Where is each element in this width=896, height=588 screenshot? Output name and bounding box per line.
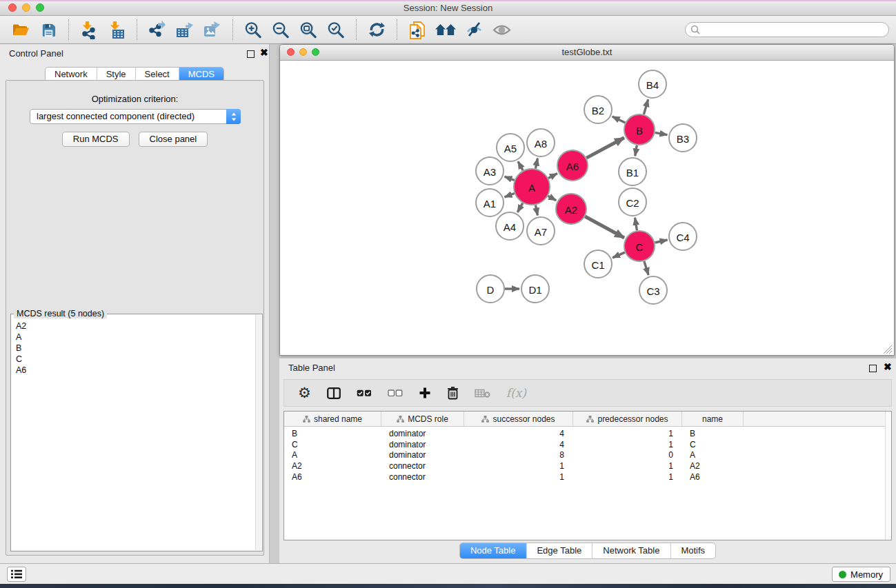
- tab-mcds[interactable]: MCDS: [179, 68, 223, 81]
- edge-B-B4[interactable]: [644, 99, 648, 114]
- graph-node-C[interactable]: C: [624, 231, 655, 261]
- edge-A-A1[interactable]: [505, 194, 515, 197]
- apply-layout-button[interactable]: [366, 18, 387, 41]
- graph-node-B3[interactable]: B3: [669, 124, 697, 152]
- graph-node-A4[interactable]: A4: [496, 212, 524, 240]
- graph-node-A3[interactable]: A3: [476, 157, 504, 185]
- mcds-result-item[interactable]: C: [12, 354, 255, 365]
- tab-motifs[interactable]: Motifs: [670, 543, 715, 558]
- mcds-result-item[interactable]: B: [12, 343, 255, 354]
- optimization-criterion-select[interactable]: largest connected component (directed): [30, 109, 241, 124]
- new-network-from-selection-button[interactable]: [407, 18, 428, 41]
- edge-C-C3[interactable]: [644, 261, 648, 275]
- tab-network-table[interactable]: Network Table: [593, 543, 670, 558]
- zoom-button[interactable]: [36, 3, 44, 12]
- zoom-selected-button[interactable]: [326, 18, 346, 41]
- graph-node-D[interactable]: D: [477, 275, 504, 303]
- tab-edge-table[interactable]: Edge Table: [526, 543, 593, 558]
- tab-node-table[interactable]: Node Table: [460, 543, 527, 558]
- column-header-MCDS-role[interactable]: MCDS role: [381, 412, 464, 426]
- mcds-result-item[interactable]: A2: [12, 321, 255, 332]
- graph-node-B2[interactable]: B2: [584, 96, 612, 123]
- column-selector-button[interactable]: [327, 387, 341, 399]
- edge-B-B2[interactable]: [613, 116, 626, 123]
- task-history-button[interactable]: [7, 567, 26, 582]
- graph-node-A1[interactable]: A1: [476, 189, 504, 216]
- graph-node-A6[interactable]: A6: [557, 150, 588, 181]
- export-table-button[interactable]: [175, 18, 195, 41]
- edge-A-A3[interactable]: [505, 176, 515, 180]
- graph-node-B4[interactable]: B4: [639, 70, 666, 98]
- import-table-button[interactable]: [106, 18, 127, 41]
- graph-node-A8[interactable]: A8: [527, 129, 555, 156]
- table-row[interactable]: Adominator80A: [284, 449, 891, 460]
- network-canvas[interactable]: AA1A2A3A4A5A6A7A8BB1B2B3B4CC1C2C3C4DD1: [280, 61, 894, 356]
- result-list-scrollbar[interactable]: [255, 315, 261, 550]
- table-row[interactable]: A6connector11A6: [284, 472, 891, 483]
- run-mcds-button[interactable]: Run MCDS: [62, 132, 130, 147]
- save-session-button[interactable]: [38, 18, 59, 41]
- table-settings-button[interactable]: ⚙: [298, 386, 311, 400]
- graph-node-C4[interactable]: C4: [669, 223, 697, 250]
- hide-graphics-details-button[interactable]: [464, 18, 484, 41]
- tab-style[interactable]: Style: [97, 68, 136, 81]
- network-minimize-button[interactable]: [299, 48, 307, 56]
- graph-node-D1[interactable]: D1: [521, 275, 549, 303]
- export-network-button[interactable]: [147, 18, 168, 41]
- function-builder-button[interactable]: f(x): [506, 386, 526, 400]
- column-header-name[interactable]: name: [682, 412, 744, 426]
- edge-C-C4[interactable]: [655, 240, 667, 243]
- deselect-all-rows-button[interactable]: [388, 389, 403, 397]
- open-session-button[interactable]: [10, 18, 31, 41]
- edge-A2-C[interactable]: [585, 216, 624, 238]
- column-header-successor-nodes[interactable]: successor nodes: [464, 412, 573, 426]
- control-panel-close-button[interactable]: ✖: [260, 46, 268, 59]
- edge-A6-B[interactable]: [586, 138, 624, 158]
- graph-node-A5[interactable]: A5: [497, 134, 524, 161]
- search-input[interactable]: [685, 22, 889, 37]
- mcds-result-item[interactable]: A6: [12, 365, 255, 376]
- import-network-button[interactable]: [79, 18, 99, 41]
- column-header-shared-name[interactable]: shared name: [284, 412, 381, 426]
- edge-B-B1[interactable]: [635, 145, 637, 156]
- tab-select[interactable]: Select: [136, 68, 179, 81]
- edge-A-A7[interactable]: [535, 205, 537, 215]
- network-close-button[interactable]: [287, 48, 295, 56]
- delete-columns-button[interactable]: [447, 386, 459, 400]
- show-starter-panel-button[interactable]: [435, 18, 457, 41]
- zoom-in-button[interactable]: [243, 18, 263, 41]
- zoom-out-button[interactable]: [270, 18, 291, 41]
- graph-node-B1[interactable]: B1: [619, 158, 646, 185]
- control-panel-float-button[interactable]: [247, 50, 255, 58]
- graph-node-A2[interactable]: A2: [556, 194, 586, 224]
- graph-node-C1[interactable]: C1: [584, 250, 612, 278]
- edge-A-A4[interactable]: [517, 203, 523, 212]
- select-all-rows-button[interactable]: [357, 389, 372, 397]
- table-row[interactable]: Bdominator41B: [284, 428, 891, 439]
- minimize-button[interactable]: [22, 3, 30, 12]
- graph-node-A[interactable]: A: [514, 169, 550, 205]
- table-row[interactable]: Cdominator41C: [284, 439, 891, 450]
- edge-C-C2[interactable]: [635, 218, 637, 231]
- graph-node-C2[interactable]: C2: [619, 188, 646, 216]
- table-row[interactable]: A2connector11A2: [284, 460, 891, 472]
- edge-A-A2[interactable]: [548, 196, 557, 201]
- close-panel-button[interactable]: Close panel: [139, 132, 208, 147]
- show-graphics-details-button[interactable]: [491, 18, 512, 41]
- mcds-result-item[interactable]: A: [12, 332, 255, 343]
- edge-A-A5[interactable]: [518, 161, 523, 170]
- graph-node-C3[interactable]: C3: [639, 276, 667, 304]
- edge-A-A6[interactable]: [548, 174, 557, 179]
- tab-network[interactable]: Network: [46, 68, 97, 81]
- close-button[interactable]: [8, 3, 17, 12]
- graph-node-A7[interactable]: A7: [527, 217, 555, 245]
- table-panel-float-button[interactable]: [869, 365, 877, 372]
- table-panel-close-button[interactable]: ✖: [884, 361, 892, 373]
- zoom-fit-button[interactable]: [298, 18, 319, 41]
- export-image-button[interactable]: [202, 18, 223, 41]
- memory-button[interactable]: Memory: [832, 567, 890, 582]
- create-column-button[interactable]: [419, 387, 431, 399]
- network-zoom-button[interactable]: [312, 48, 319, 56]
- delete-table-button[interactable]: [475, 388, 490, 398]
- table-scrollbar[interactable]: [885, 412, 891, 540]
